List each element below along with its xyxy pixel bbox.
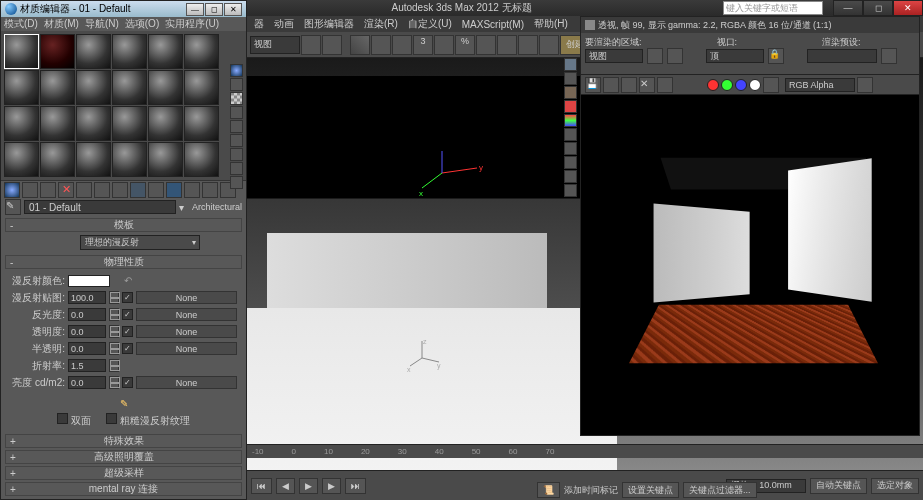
translucency-map-slot[interactable]: None <box>136 342 237 355</box>
background-button[interactable] <box>230 92 243 105</box>
eyedropper-icon[interactable]: ✎ <box>120 398 128 409</box>
material-slot[interactable] <box>40 34 75 69</box>
playback-next-button[interactable]: ▶ <box>322 478 341 494</box>
mat-menu-util[interactable]: 实用程序(U) <box>165 17 219 31</box>
material-slot[interactable] <box>76 106 111 141</box>
toolbar-button[interactable] <box>322 35 342 55</box>
red-channel-toggle[interactable] <box>707 79 719 91</box>
playback-play-button[interactable]: ▶ <box>299 478 318 494</box>
make-copy-button[interactable] <box>76 182 92 198</box>
get-material-button[interactable] <box>4 182 20 198</box>
layer-button[interactable] <box>539 35 559 55</box>
selected-filter-button[interactable]: 选定对象 <box>871 478 919 494</box>
mat-menu-material[interactable]: 材质(M) <box>44 17 79 31</box>
select-by-mat-button[interactable] <box>230 162 243 175</box>
close-button[interactable]: ✕ <box>893 0 923 16</box>
side-tool-button[interactable] <box>564 72 577 85</box>
viewport-mode-dropdown[interactable]: 视图 <box>250 36 300 54</box>
spinner-snap-button[interactable] <box>476 35 496 55</box>
material-slot[interactable] <box>148 34 183 69</box>
menu-item[interactable]: MAXScript(M) <box>458 19 528 30</box>
pick-material-button[interactable]: ✎ <box>5 199 21 215</box>
autokey-button[interactable]: 自动关键点 <box>810 478 867 494</box>
green-channel-toggle[interactable] <box>721 79 733 91</box>
transparency-enable[interactable]: ✓ <box>122 326 133 337</box>
side-tool-button[interactable] <box>564 86 577 99</box>
reset-map-button[interactable]: ✕ <box>58 182 74 198</box>
assign-to-sel-button[interactable] <box>40 182 56 198</box>
menu-item[interactable]: 图形编辑器 <box>300 17 358 31</box>
sample-type-button[interactable] <box>230 64 243 77</box>
put-to-scene-button[interactable] <box>22 182 38 198</box>
side-tool-button[interactable] <box>564 128 577 141</box>
material-type-button[interactable]: Architectural <box>192 202 242 212</box>
material-slot[interactable] <box>76 142 111 177</box>
material-slot[interactable] <box>4 70 39 105</box>
copy-image-button[interactable] <box>603 77 619 93</box>
mat-minimize-button[interactable]: — <box>186 3 204 16</box>
rollout-physical[interactable]: 物理性质 <box>5 255 242 269</box>
render-viewport-dropdown[interactable]: 顶 <box>706 49 764 63</box>
side-tool-button[interactable] <box>564 142 577 155</box>
render-window-title[interactable]: 透视, 帧 99, 显示 gamma: 2.2, RGBA 颜色 16 位/通道… <box>581 17 919 33</box>
mat-maximize-button[interactable]: ◻ <box>205 3 223 16</box>
align-button[interactable] <box>518 35 538 55</box>
show-map-button[interactable] <box>148 182 164 198</box>
maximize-button[interactable]: ◻ <box>863 0 893 16</box>
diffuse-map-enable[interactable]: ✓ <box>122 292 133 303</box>
transparency-amount[interactable]: 0.0 <box>68 325 106 338</box>
render-output-viewport[interactable] <box>581 95 919 435</box>
make-preview-button[interactable] <box>230 134 243 147</box>
material-slot[interactable] <box>184 106 219 141</box>
material-slot[interactable] <box>4 34 39 69</box>
luminance-amount[interactable]: 0.0 <box>68 376 106 389</box>
material-slot[interactable] <box>40 106 75 141</box>
transform-gizmo[interactable]: yx <box>417 148 487 200</box>
material-slot[interactable] <box>148 142 183 177</box>
edit-region-button[interactable] <box>647 48 663 64</box>
material-slot[interactable] <box>184 70 219 105</box>
mirror-button[interactable] <box>497 35 517 55</box>
channel-dropdown[interactable]: RGB Alpha <box>785 78 855 92</box>
mat-menu-nav[interactable]: 导航(N) <box>85 17 119 31</box>
menu-item[interactable]: 渲染(R) <box>360 17 402 31</box>
menu-item[interactable]: 动画 <box>270 17 298 31</box>
diffuse-map-amount[interactable]: 100.0 <box>68 291 106 304</box>
rollout-template[interactable]: 模板 <box>5 218 242 232</box>
toolbar-button[interactable] <box>301 35 321 55</box>
move-button[interactable] <box>350 35 370 55</box>
toggle-ui-button[interactable] <box>857 77 873 93</box>
mono-button[interactable] <box>763 77 779 93</box>
snap-button[interactable]: 3 <box>413 35 433 55</box>
mat-close-button[interactable]: ✕ <box>224 3 242 16</box>
spinner-button[interactable] <box>109 342 119 355</box>
minimize-button[interactable]: — <box>833 0 863 16</box>
go-parent-button[interactable] <box>184 182 200 198</box>
show-end-button[interactable] <box>166 182 182 198</box>
go-sibling-button[interactable] <box>202 182 218 198</box>
material-slot[interactable] <box>40 142 75 177</box>
shininess-amount[interactable]: 0.0 <box>68 308 106 321</box>
render-setup-button[interactable] <box>881 48 897 64</box>
print-button[interactable]: ✕ <box>639 77 655 93</box>
material-slot[interactable] <box>4 106 39 141</box>
time-ruler[interactable]: -10 0 10 20 30 40 50 60 70 <box>247 444 923 458</box>
menu-item[interactable]: 器 <box>250 17 268 31</box>
side-tool-button[interactable] <box>564 58 577 71</box>
material-slot[interactable] <box>184 142 219 177</box>
side-tool-button[interactable] <box>564 100 577 113</box>
auto-region-button[interactable] <box>667 48 683 64</box>
rollout-supersampling[interactable]: 超级采样 <box>5 466 242 480</box>
material-editor-titlebar[interactable]: 材质编辑器 - 01 - Default — ◻ ✕ <box>1 1 246 17</box>
render-area-dropdown[interactable]: 视图 <box>585 49 643 63</box>
rotate-button[interactable] <box>371 35 391 55</box>
luminance-enable[interactable]: ✓ <box>122 377 133 388</box>
twosided-checkbox[interactable] <box>57 413 68 424</box>
lock-viewport-button[interactable]: 🔒 <box>768 48 784 64</box>
setkey-button[interactable]: 设置关键点 <box>622 482 679 498</box>
save-image-button[interactable]: 💾 <box>585 77 601 93</box>
transparency-map-slot[interactable]: None <box>136 325 237 338</box>
playback-start-button[interactable]: ⏮ <box>251 478 272 494</box>
material-slot[interactable] <box>148 70 183 105</box>
video-check-button[interactable] <box>230 120 243 133</box>
